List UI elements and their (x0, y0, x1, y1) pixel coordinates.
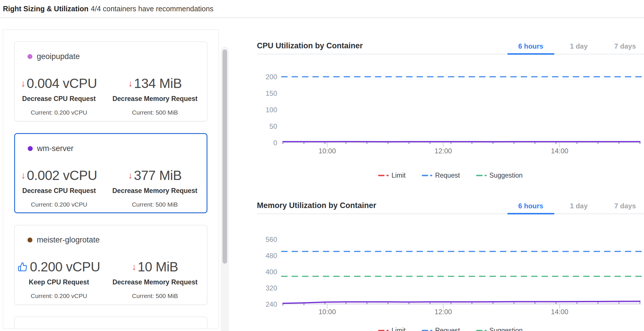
metrics-row: ↓ 0.002 vCPU Decrease CPU Request Curren… (15, 166, 207, 208)
charts-column: CPU Utilization by Container 6 hours 1 d… (257, 18, 644, 331)
cpu-current-value: Current: 0.200 vCPU (15, 201, 103, 208)
memory-current-value: Current: 500 MiB (103, 109, 207, 116)
legend-item-suggestion[interactable]: Suggestion (476, 327, 523, 331)
tab-1-day[interactable]: 1 day (570, 42, 588, 50)
cpu-current-value: Current: 0.200 vCPU (15, 293, 103, 299)
down-arrow-icon: ↓ (21, 171, 26, 180)
legend-dot-icon (485, 330, 487, 331)
svg-text:0: 0 (273, 139, 277, 147)
svg-text:10:00: 10:00 (319, 147, 336, 155)
legend-item-suggestion[interactable]: Suggestion (476, 172, 523, 179)
page-subtitle: 4/4 containers have recommendations (91, 5, 214, 13)
memory-recommended-value: 377 MiB (134, 168, 182, 183)
container-name: meister-glogrotate (37, 236, 100, 244)
cpu-recommended-value: 0.004 vCPU (27, 76, 97, 91)
memory-current-value: Current: 500 MiB (103, 201, 207, 208)
svg-text:200: 200 (266, 73, 277, 81)
svg-text:12:00: 12:00 (435, 147, 452, 155)
cpu-chart-title: CPU Utilization by Container (257, 41, 363, 50)
memory-time-range-tabs: 6 hours 1 day 7 days (492, 202, 644, 210)
svg-text:480: 480 (266, 252, 277, 260)
tab-6-hours[interactable]: 6 hours (518, 202, 543, 210)
legend-label: Suggestion (490, 327, 523, 331)
down-arrow-icon: ↓ (132, 262, 137, 271)
memory-recommended-value: 10 MiB (138, 259, 178, 275)
cpu-recommendation: ↓ 0.004 vCPU Decrease CPU Request Curren… (15, 74, 103, 116)
legend-dash-icon (378, 175, 384, 176)
cpu-action-label: Decrease CPU Request (15, 187, 103, 195)
card-name-row: geoipupdate (15, 42, 207, 61)
svg-text:100: 100 (266, 106, 277, 114)
svg-text:320: 320 (266, 284, 277, 292)
metrics-row: ↓ 0.004 vCPU Decrease CPU Request Curren… (15, 74, 207, 116)
metrics-row: 0.200 vCPU Keep CPU Request Current: 0.2… (15, 258, 207, 299)
svg-text:12:00: 12:00 (435, 308, 452, 316)
down-arrow-icon: ↓ (128, 171, 133, 180)
container-card-wm-server[interactable]: wm-server ↓ 0.002 vCPU Decrease CPU Requ… (14, 133, 207, 213)
legend-item-limit[interactable]: Limit (378, 172, 406, 179)
legend-label: Suggestion (490, 172, 523, 179)
svg-text:240: 240 (266, 300, 277, 308)
page-header: Right Sizing & Utilization 4/4 container… (0, 0, 644, 18)
legend-dash-icon (476, 330, 483, 331)
card-name-row: wm-server (15, 134, 207, 153)
legend-dash-icon (378, 330, 384, 331)
legend-dash-icon (422, 175, 428, 176)
main-content: geoipupdate ↓ 0.004 vCPU Decrease CPU Re… (0, 18, 644, 331)
cpu-current-value: Current: 0.200 vCPU (15, 109, 103, 116)
container-color-dot (28, 146, 33, 151)
memory-chart-header: Memory Utilization by Container 6 hours … (257, 193, 644, 214)
memory-chart-canvas[interactable]: 24032040048056010:0012:0014:00 (257, 218, 644, 323)
cpu-action-label: Keep CPU Request (15, 278, 103, 286)
container-name: wm-server (37, 144, 73, 153)
container-list-column: geoipupdate ↓ 0.004 vCPU Decrease CPU Re… (0, 18, 229, 329)
container-name: geoipupdate (37, 52, 80, 61)
page-title: Right Sizing & Utilization (3, 5, 89, 13)
card-name-row: meister-glogrotate (15, 225, 207, 245)
tab-1-day[interactable]: 1 day (570, 202, 588, 210)
down-arrow-icon: ↓ (128, 79, 133, 88)
legend-dash-icon (422, 330, 428, 331)
legend-dot-icon (430, 175, 432, 176)
container-list-panel: geoipupdate ↓ 0.004 vCPU Decrease CPU Re… (3, 29, 219, 329)
memory-recommendation: ↓ 134 MiB Decrease Memory Request Curren… (103, 74, 207, 116)
memory-recommendation: ↓ 377 MiB Decrease Memory Request Curren… (103, 166, 207, 208)
memory-recommended-value: 134 MiB (134, 76, 182, 91)
down-arrow-icon: ↓ (21, 79, 25, 88)
cpu-time-range-tabs: 6 hours 1 day 7 days (492, 42, 644, 50)
svg-text:14:00: 14:00 (551, 308, 568, 316)
cpu-chart-canvas[interactable]: 05010015020010:0012:0014:00 (257, 59, 644, 168)
memory-action-label: Decrease Memory Request (103, 278, 207, 286)
legend-item-limit[interactable]: Limit (378, 327, 406, 331)
legend-dash-icon (476, 175, 483, 176)
thumbs-up-icon (18, 262, 27, 272)
cpu-recommended-value: 0.002 vCPU (27, 168, 97, 183)
svg-text:50: 50 (269, 122, 277, 130)
memory-action-label: Decrease Memory Request (103, 95, 207, 103)
memory-chart-legend: LimitRequestSuggestion (257, 325, 644, 331)
cpu-chart-legend: LimitRequestSuggestion (257, 170, 644, 181)
tab-6-hours[interactable]: 6 hours (518, 42, 543, 50)
cpu-action-label: Decrease CPU Request (15, 95, 103, 103)
memory-chart-title: Memory Utilization by Container (257, 201, 376, 210)
tab-7-days[interactable]: 7 days (614, 42, 636, 50)
legend-item-request[interactable]: Request (422, 172, 460, 179)
legend-label: Request (435, 327, 460, 331)
cpu-recommendation: ↓ 0.002 vCPU Decrease CPU Request Curren… (15, 166, 103, 208)
legend-item-request[interactable]: Request (422, 327, 460, 331)
cpu-recommended-value: 0.200 vCPU (30, 259, 100, 275)
cpu-recommendation: 0.200 vCPU Keep CPU Request Current: 0.2… (15, 258, 103, 299)
cpu-chart-header: CPU Utilization by Container 6 hours 1 d… (257, 33, 644, 54)
container-card-partial[interactable] (14, 317, 207, 329)
container-list-scrollbar-track[interactable] (221, 47, 229, 331)
tab-7-days[interactable]: 7 days (614, 202, 636, 210)
svg-text:150: 150 (266, 89, 277, 97)
container-card-meister-glogrotate[interactable]: meister-glogrotate 0.200 vCPU Keep CPU R… (14, 225, 207, 305)
legend-dot-icon (387, 330, 389, 331)
memory-current-value: Current: 500 MiB (103, 293, 207, 299)
container-list-scrollbar-thumb[interactable] (222, 49, 227, 264)
legend-label: Request (435, 172, 460, 179)
container-card-geoipupdate[interactable]: geoipupdate ↓ 0.004 vCPU Decrease CPU Re… (14, 41, 207, 122)
legend-label: Limit (391, 327, 406, 331)
svg-text:10:00: 10:00 (319, 308, 336, 316)
